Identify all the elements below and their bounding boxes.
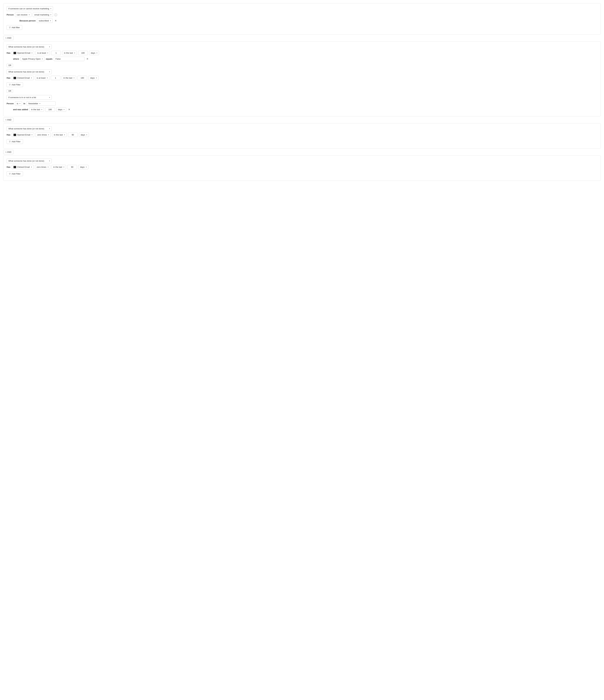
- subscribed-select[interactable]: subscribed ▾: [37, 19, 53, 23]
- add-filter-label-1: Add filter: [11, 26, 20, 29]
- can-receive-label: can receive: [17, 14, 27, 16]
- is-select-2c[interactable]: is ▾: [15, 101, 22, 106]
- main-condition-select-2b[interactable]: What someone has done (or not done) ▾: [7, 70, 52, 74]
- where-value-input-2a[interactable]: [54, 57, 84, 61]
- time-condition-label-2c: in the last: [31, 108, 40, 111]
- is-chevron-2c: ▾: [20, 103, 20, 104]
- email-marketing-select[interactable]: email marketing ▾: [33, 12, 53, 17]
- main-condition-select-2c[interactable]: If someone is in or not in a list ▾: [7, 95, 52, 100]
- or-label-2b: OR: [7, 89, 13, 93]
- section-2: What someone has done (or not done) ▾ Ha…: [3, 42, 601, 116]
- unit-select-4[interactable]: days ▾: [78, 165, 88, 169]
- days-input-4[interactable]: [67, 165, 77, 169]
- main-condition-label-4: What someone has done (or not done): [8, 160, 44, 162]
- unit-select-2c[interactable]: days ▾: [56, 107, 66, 112]
- unit-select-3[interactable]: days ▾: [79, 133, 89, 137]
- main-condition-label-2c: If someone is in or not in a list: [8, 96, 36, 99]
- condition-select-2b[interactable]: is at least ▾: [35, 76, 49, 80]
- and-was-added-label-2c: and was added: [13, 108, 28, 111]
- where-field-select-2a[interactable]: Apple Privacy Open ▾: [21, 57, 45, 61]
- equals-label-2a: equals: [46, 58, 52, 60]
- time-condition-chevron-2c: ▾: [42, 108, 42, 110]
- has-label-2b: Has: [7, 77, 10, 79]
- main-condition-select-1[interactable]: If someone can or cannot receive marketi…: [7, 6, 53, 11]
- main-condition-label-1: If someone can or cannot receive marketi…: [8, 7, 49, 10]
- and-row-2: + AND: [3, 118, 601, 122]
- event-chevron-4: ▾: [31, 166, 32, 168]
- where-field-chevron-2a: ▾: [42, 58, 43, 60]
- and-btn-1[interactable]: + AND: [3, 36, 14, 40]
- event-select-3[interactable]: Opened Email ▾: [12, 133, 34, 137]
- unit-label-4: days: [80, 166, 84, 168]
- days-input-2a[interactable]: [78, 51, 88, 55]
- time-condition-select-3[interactable]: in the last ▾: [52, 133, 67, 137]
- days-input-3[interactable]: [68, 133, 78, 137]
- time-condition-chevron-2a: ▾: [74, 52, 75, 54]
- main-condition-label-2b: What someone has done (or not done): [8, 71, 44, 73]
- has-label-4: Has: [7, 166, 10, 168]
- add-filter-label-4: Add Filter: [11, 173, 21, 175]
- count-input-2b[interactable]: [51, 76, 60, 80]
- person-label-2c: Person: [7, 102, 14, 105]
- condition-select-2a[interactable]: is at least ▾: [35, 51, 50, 55]
- add-filter-btn-4[interactable]: ▽ Add Filter: [7, 172, 23, 176]
- close-where-2a[interactable]: ✕: [86, 57, 89, 60]
- time-condition-label-4: in the last: [53, 166, 62, 168]
- time-condition-select-2a[interactable]: in the last ▾: [62, 51, 77, 55]
- event-select-4[interactable]: Clicked Email ▾: [12, 165, 34, 169]
- flag-icon-2a: [14, 52, 16, 54]
- person-label-1: Person: [7, 14, 14, 16]
- and-btn-3[interactable]: + AND: [3, 150, 14, 154]
- condition-select-4[interactable]: zero times ▾: [35, 165, 50, 169]
- main-condition-label-2a: What someone has done (or not done): [8, 46, 44, 48]
- event-label-2a: Opened Email: [17, 52, 30, 54]
- chevron-4: ▾: [49, 160, 50, 162]
- days-input-2b[interactable]: [77, 76, 87, 80]
- list-select-2c[interactable]: Newsletter ▾: [27, 101, 56, 106]
- unit-chevron-2c: ▾: [63, 108, 64, 110]
- list-label-2c: Newsletter: [28, 102, 38, 105]
- condition-label-4: zero times: [37, 166, 46, 168]
- unit-chevron-2b: ▾: [96, 77, 97, 79]
- can-receive-select[interactable]: can receive ▾: [15, 12, 31, 17]
- unit-label-2a: days: [91, 52, 95, 54]
- and-btn-3-label: + AND: [5, 151, 11, 153]
- section-3: What someone has done (or not done) ▾ Ha…: [3, 123, 601, 149]
- because-person-label: Because person: [20, 20, 35, 22]
- time-condition-select-2b[interactable]: in the last ▾: [62, 76, 76, 80]
- has-label-3: Has: [7, 133, 10, 136]
- time-condition-label-2a: in the last: [64, 52, 73, 54]
- event-select-2b[interactable]: Clicked Email ▾: [12, 76, 34, 80]
- condition-select-3[interactable]: zero times ▾: [35, 133, 51, 137]
- filter-icon-1: ▽: [9, 26, 10, 29]
- unit-select-2a[interactable]: days ▾: [89, 51, 99, 55]
- add-filter-btn-1[interactable]: ▽ Add filter: [7, 25, 22, 30]
- in-label-2c: in: [23, 102, 25, 105]
- subscribed-label: subscribed: [38, 20, 49, 22]
- or-label-2a: OR: [7, 64, 13, 67]
- condition-label-2b: is at least: [37, 77, 46, 79]
- chevron-2b: ▾: [49, 71, 50, 73]
- add-filter-label-2b: Add Filter: [11, 83, 21, 86]
- chevron-2c: ▾: [49, 97, 50, 98]
- and-btn-1-label: + AND: [5, 37, 11, 39]
- main-condition-select-3[interactable]: What someone has done (or not done) ▾: [7, 126, 52, 131]
- and-btn-2[interactable]: + AND: [3, 118, 14, 122]
- condition-chevron-4: ▾: [48, 166, 49, 168]
- main-condition-select-2a[interactable]: What someone has done (or not done) ▾: [7, 45, 52, 49]
- and-row-3: + AND: [3, 150, 601, 154]
- close-subscribed-btn[interactable]: ✕: [54, 19, 57, 22]
- condition-chevron-2a: ▾: [47, 52, 48, 54]
- time-condition-select-4[interactable]: in the last ▾: [52, 165, 66, 169]
- event-select-2a[interactable]: Opened Email ▾: [12, 51, 34, 55]
- count-input-2a[interactable]: [51, 51, 61, 55]
- unit-select-2b[interactable]: days ▾: [88, 76, 98, 80]
- add-filter-btn-2b[interactable]: ▽ Add Filter: [7, 82, 23, 87]
- time-condition-select-2c[interactable]: in the last ▾: [29, 107, 44, 112]
- main-condition-select-4[interactable]: What someone has done (or not done) ▾: [7, 158, 52, 163]
- event-label-2b: Clicked Email: [17, 77, 30, 79]
- close-newsletter-time[interactable]: ✕: [68, 108, 71, 111]
- days-input-2c[interactable]: [45, 107, 55, 112]
- add-filter-btn-3[interactable]: ▽ Add Filter: [7, 139, 23, 144]
- condition-label-3: zero times: [37, 133, 47, 136]
